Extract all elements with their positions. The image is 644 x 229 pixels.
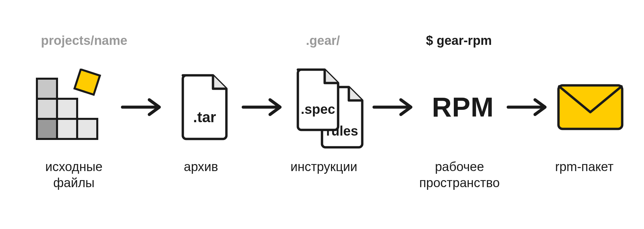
step-package — [553, 64, 627, 151]
arrow-3 — [372, 64, 416, 151]
top-label-gear: .gear/ — [306, 33, 340, 48]
file-label: .tar — [193, 109, 216, 125]
caption-source-files-line1: исходные — [45, 160, 103, 174]
caption-workspace: рабочее пространство — [419, 159, 500, 191]
caption-source-files-line2: файлы — [53, 176, 95, 190]
file-pair-icon: rules .spec — [288, 64, 369, 151]
step-source-files — [30, 64, 117, 151]
file-label-spec: .spec — [301, 102, 335, 117]
envelope-icon — [555, 80, 626, 134]
step-archive: .tar — [171, 64, 238, 151]
caption-archive: архив — [184, 159, 218, 175]
arrow-icon — [121, 97, 164, 117]
top-label-projects: projects/name — [41, 33, 127, 48]
svg-rect-0 — [37, 119, 57, 139]
svg-rect-5 — [37, 79, 57, 99]
svg-rect-4 — [57, 99, 77, 119]
arrow-icon — [372, 97, 416, 117]
caption-source-files: исходные файлы — [45, 159, 103, 191]
rpm-label: RPM — [432, 91, 494, 123]
top-label-command: $ gear-rpm — [426, 33, 492, 48]
file-icon: .tar — [176, 72, 233, 142]
caption-workspace-line2: пространство — [419, 176, 500, 190]
arrow-1 — [121, 64, 164, 151]
svg-rect-1 — [57, 119, 77, 139]
arrow-2 — [241, 64, 285, 151]
svg-rect-6 — [74, 69, 100, 95]
arrow-4 — [506, 64, 550, 151]
step-instructions: rules .spec — [288, 64, 369, 151]
caption-workspace-line1: рабочее — [435, 160, 484, 174]
arrow-icon — [241, 97, 285, 117]
svg-rect-11 — [558, 85, 622, 129]
caption-package: rpm-пакет — [555, 159, 613, 175]
step-workspace: RPM — [423, 64, 503, 151]
pipeline-row: .tar rules .spec — [0, 64, 644, 151]
captions-row: исходные файлы архив инструкции рабочее … — [0, 159, 644, 199]
arrow-icon — [506, 97, 550, 117]
svg-rect-3 — [37, 99, 57, 119]
caption-instructions: инструкции — [290, 159, 357, 175]
top-labels-row: projects/name .gear/ $ gear-rpm — [0, 33, 644, 50]
blocks-icon — [30, 69, 117, 146]
svg-rect-2 — [77, 119, 97, 139]
